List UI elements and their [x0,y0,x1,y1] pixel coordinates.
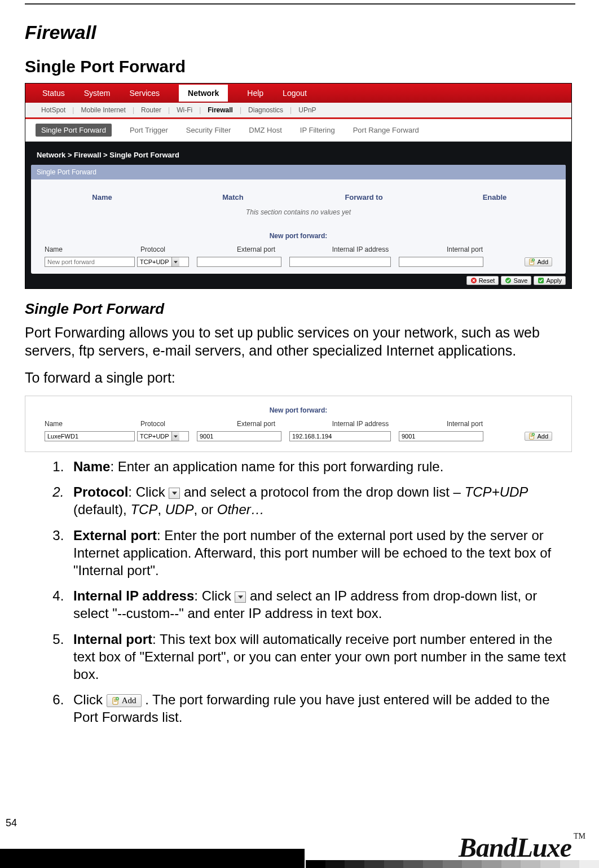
reset-button-label: Reset [479,277,495,284]
step5-bold: Internal port [73,632,152,647]
page-content: Firewall Single Port Forward Status Syst… [25,11,575,734]
nav-services[interactable]: Services [129,89,160,98]
step-3: External port: Enter the port number of … [68,527,575,580]
ex-col-name: Name [45,420,140,428]
step2-i3: UDP [165,502,194,517]
col-match: Match [168,193,298,201]
empty-message: This section contains no values yet [31,208,566,227]
step2-bold: Protocol [73,484,128,499]
brand-logo: BandLuxeTM [459,832,585,863]
col-enable: Enable [429,193,560,201]
page-number: 54 [6,817,17,829]
desc-instruction: To forward a single port: [25,369,575,387]
ex-input-ip[interactable] [289,431,391,441]
inline-add-button: Add [107,694,142,708]
ex-col-proto: Protocol [140,420,208,428]
nav-network-active[interactable]: Network [179,85,228,102]
nav-system[interactable]: System [84,89,111,98]
save-icon [505,277,512,284]
ex-input-intp[interactable] [399,431,483,441]
save-button[interactable]: Save [501,276,531,285]
panel-spf: Single Port Forward Name Match Forward t… [31,165,566,274]
ex-select-protocol[interactable]: TCP+UDP [137,431,189,441]
footer-black-bar [0,849,305,868]
ex-col-intp: Internal port [417,420,513,428]
step6-t1: Click [73,692,107,707]
input-name[interactable] [45,257,135,267]
step-1: Name: Enter an application name for this… [68,458,575,475]
step2-t1: : Click [128,484,169,499]
new-forward-row: TCP+UDP Add [31,257,566,274]
save-button-label: Save [513,277,527,284]
screenshot-example: New port forward: Name Protocol External… [25,396,572,452]
tab-port-trigger[interactable]: Port Trigger [130,126,168,134]
logo-tm: TM [574,832,585,840]
step3-bold: External port [73,528,157,543]
step2-i4: Other… [217,502,265,517]
step2-i1: TCP+UDP [465,484,528,499]
subnav-wifi[interactable]: Wi-Fi [177,106,192,114]
apply-button[interactable]: Apply [534,276,566,285]
new-col-ext: External port [208,246,304,253]
screenshot-body: Network > Firewall > Single Port Forward… [25,142,571,288]
add-page-icon [112,697,120,705]
example-row: TCP+UDP Add [31,431,566,448]
page-footer: BandLuxeTM [0,828,599,868]
step-2: Protocol: Click and select a protocol fr… [68,483,575,518]
page-top-rule [25,3,575,5]
table-headers: Name Match Forward to Enable [31,179,566,208]
logo-text: BandLuxe [459,832,571,862]
subnav-diagnostics[interactable]: Diagnostics [248,106,283,114]
add-button-label: Add [537,258,548,265]
new-col-proto: Protocol [140,246,208,253]
select-protocol-value: TCP+UDP [138,258,171,265]
add-page-icon [528,258,535,265]
footer-gradient [306,860,599,868]
ex-input-name[interactable] [45,431,135,441]
ex-col-ext: External port [208,420,304,428]
new-forward-title: New port forward: [31,227,566,246]
step-5: Internal port: This text box will automa… [68,630,575,683]
chevron-down-icon [171,257,179,266]
nav-status[interactable]: Status [42,89,65,98]
col-forward: Forward to [298,193,429,201]
input-internal-port[interactable] [399,257,483,267]
new-col-name: Name [45,246,140,253]
ex-add-button[interactable]: Add [525,432,552,441]
dropdown-arrow-icon [235,591,246,603]
add-button[interactable]: Add [525,257,552,266]
desc-paragraph: Port Forwarding allows you to set up pub… [25,323,575,360]
heading-spf-desc: Single Port Forward [25,300,575,318]
secondary-nav: HotSpot| Mobile Internet| Router| Wi-Fi|… [25,103,571,119]
tab-security-filter[interactable]: Security Filter [186,126,231,134]
reset-button[interactable]: Reset [466,276,499,285]
tab-spf-active[interactable]: Single Port Forward [36,124,112,137]
nav-logout[interactable]: Logout [283,89,307,98]
input-external-port[interactable] [197,257,281,267]
reset-icon [470,277,477,284]
tab-port-range[interactable]: Port Range Forward [353,126,419,134]
heading-spf: Single Port Forward [25,57,575,76]
step2-c1: , [157,502,165,517]
nav-help[interactable]: Help [247,89,263,98]
chevron-down-icon [171,432,179,441]
subnav-mobile[interactable]: Mobile Internet [81,106,125,114]
tabs-bar: Single Port Forward Port Trigger Securit… [25,119,571,142]
col-name: Name [37,193,168,201]
input-internal-ip[interactable] [289,257,391,267]
subnav-firewall-active[interactable]: Firewall [208,106,233,114]
select-protocol[interactable]: TCP+UDP [137,257,189,267]
ex-input-ext[interactable] [197,431,281,441]
apply-button-label: Apply [546,277,562,284]
subnav-router[interactable]: Router [141,106,161,114]
panel-title: Single Port Forward [31,165,566,179]
tab-dmz-host[interactable]: DMZ Host [249,126,282,134]
tab-ip-filtering[interactable]: IP Filtering [300,126,335,134]
subnav-upnp[interactable]: UPnP [298,106,316,114]
add-page-icon [528,433,535,440]
step2-d: (default), [73,502,130,517]
new-col-ip: Internal IP address [304,246,417,253]
heading-firewall: Firewall [25,21,575,43]
step-4: Internal IP address: Click and select an… [68,587,575,622]
subnav-hotspot[interactable]: HotSpot [41,106,65,114]
